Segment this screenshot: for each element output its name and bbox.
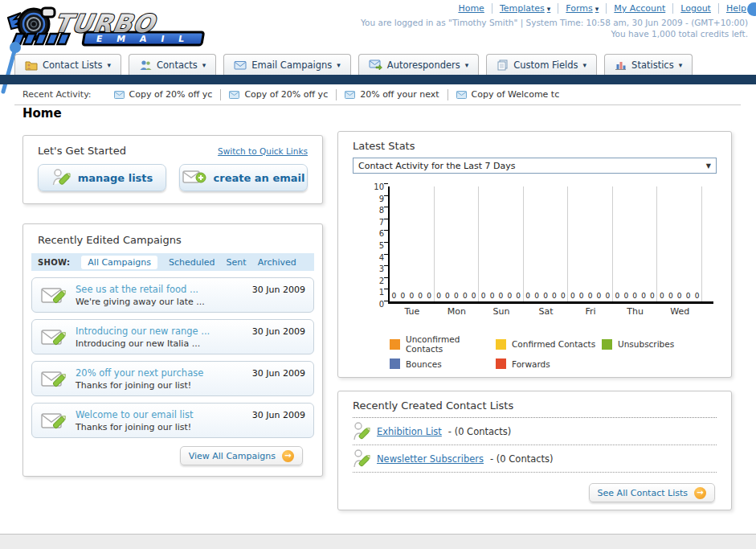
chevron-down-icon: ▾ [108, 61, 112, 69]
tab-contact-lists[interactable]: Contact Lists▾ [14, 54, 121, 75]
tab-email-campaigns[interactable]: Email Campaigns▾ [223, 54, 351, 75]
footer-strip [0, 534, 756, 549]
legend-label: Bounces [406, 359, 442, 369]
switch-quick-links-link[interactable]: Switch to Quick Links [218, 146, 308, 156]
legend-swatch [496, 358, 506, 369]
tab-label: Custom Fields [513, 59, 578, 71]
data-value-label: 0 [499, 292, 504, 300]
tab-custom-fields[interactable]: Custom Fields▾ [486, 54, 597, 75]
legend-item: Confirmed Contacts [496, 334, 602, 354]
recent-activity-item[interactable]: Copy of Welcome tc [448, 89, 568, 100]
data-value-label: 0 [561, 292, 566, 300]
tab-autoresponders[interactable]: Autoresponders▾ [358, 54, 480, 75]
contact-list-link[interactable]: Newsletter Subscribers [377, 453, 484, 465]
view-all-campaigns-button[interactable]: View All Campaigns → [180, 446, 303, 465]
campaign-row[interactable]: Welcome to our email listThanks for join… [31, 403, 314, 438]
header-link-home[interactable]: Home [451, 3, 492, 14]
person-pencil-icon [353, 421, 370, 442]
person-pencil-icon [353, 449, 370, 469]
data-value-label: 0 [516, 292, 521, 300]
contact-list-row[interactable]: Newsletter Subscribers - (0 Contacts) [353, 445, 717, 473]
envelope-icon [229, 91, 239, 99]
data-value-label: 0 [427, 292, 431, 300]
main-nav: Contact Lists▾ Contacts▾ Email Campaigns… [14, 54, 693, 75]
data-value-label: 0 [490, 292, 495, 300]
recent-activity-item[interactable]: 20% off your next [337, 89, 447, 100]
envelope-pencil-icon [40, 367, 69, 390]
legend-swatch [496, 339, 506, 350]
contact-lists-title: Recently Created Contact Lists [353, 399, 717, 412]
legend-swatch [602, 339, 612, 350]
data-value-label: 0 [472, 292, 476, 300]
chart-legend: Unconfirmed ContactsConfirmed ContactsUn… [390, 334, 713, 369]
campaign-row[interactable]: Introducing our new range ...Introducing… [31, 319, 314, 354]
filter-sent[interactable]: Sent [227, 257, 247, 268]
legend-item: Unsubscribes [602, 334, 708, 354]
y-tick-mark [384, 183, 388, 184]
chart-day-group: 00000 [568, 186, 613, 301]
chart-plot-area: 00000000000000000000000000000000000 [388, 186, 713, 304]
filter-all-campaigns[interactable]: All Campaigns [81, 256, 157, 269]
header-link-forms[interactable]: Forms▾ [558, 3, 607, 14]
get-started-panel: Let's Get Started Switch to Quick Links … [22, 135, 323, 204]
data-value-label: 0 [641, 292, 646, 300]
contact-list-link[interactable]: Exhibition List [377, 426, 442, 437]
recent-activity-item[interactable]: Copy of 20% off yc [106, 89, 222, 100]
campaign-title-link[interactable]: Introducing our new range ... [76, 326, 252, 337]
person-pencil-icon [51, 168, 71, 187]
chart-day-group: 00000 [657, 186, 702, 301]
campaign-title-link[interactable]: See us at the retail food ... [76, 284, 252, 295]
logo-graphic: E M A I L TURBO [5, 3, 214, 48]
y-tick-mark [384, 301, 388, 301]
create-email-button[interactable]: create an email [179, 164, 308, 191]
campaigns-title: Recently Edited Campaigns [38, 234, 314, 246]
y-tick-mark [384, 242, 388, 243]
contact-activity-chart: 012345678910 000000000000000000000000000… [369, 186, 713, 369]
chevron-down-icon: ▾ [583, 61, 587, 69]
data-value-label: 0 [660, 292, 664, 300]
manage-lists-button[interactable]: manage lists [38, 164, 166, 191]
stats-period-select[interactable]: Contact Activity for the Last 7 Days ▼ [353, 158, 717, 174]
chart-x-axis-labels: TueMonSunSatFriThuWed [390, 306, 713, 317]
data-value-label: 0 [623, 292, 628, 300]
contact-list-row[interactable]: Exhibition List - (0 Contacts) [353, 418, 717, 445]
header-nav: Home Templates▾ Forms▾ My Account Logout… [451, 3, 746, 14]
chart-day-group: 00000 [613, 186, 658, 301]
campaign-row[interactable]: 20% off your next purchaseThanks for joi… [31, 361, 314, 396]
campaigns-panel: Recently Edited Campaigns SHOW: All Camp… [22, 223, 323, 477]
campaign-title-link[interactable]: 20% off your next purchase [76, 367, 252, 379]
campaign-title-link[interactable]: Welcome to our email list [76, 409, 252, 420]
envelope-pencil-icon [40, 284, 69, 306]
chart-right-pad [702, 186, 713, 301]
envelope-icon [456, 91, 467, 99]
pages-icon [497, 59, 509, 71]
header-link-logout[interactable]: Logout [673, 3, 719, 14]
campaign-subtitle: Thanks for joining our list! [76, 422, 252, 432]
y-tick-mark [384, 289, 388, 289]
get-started-title: Let's Get Started [38, 145, 126, 157]
envelope-icon [114, 91, 125, 99]
y-tick-label: 10 [374, 182, 384, 191]
data-value-label: 0 [534, 292, 539, 300]
tab-contacts[interactable]: Contacts▾ [129, 54, 216, 75]
tab-statistics[interactable]: Statistics▾ [604, 54, 693, 75]
filter-archived[interactable]: Archived [258, 257, 296, 268]
latest-stats-panel: Latest Stats Contact Activity for the La… [337, 131, 732, 378]
header-link-templates[interactable]: Templates▾ [492, 3, 558, 14]
arrow-right-icon: → [694, 487, 706, 499]
campaign-date: 30 Jun 2009 [252, 326, 305, 337]
campaign-subtitle: Thanks for joining our list! [76, 380, 252, 391]
header-link-help[interactable]: Help [719, 3, 746, 14]
campaign-row[interactable]: See us at the retail food ...We're givin… [31, 277, 314, 313]
filter-scheduled[interactable]: Scheduled [169, 257, 215, 268]
see-all-contact-lists-button[interactable]: See All Contact Lists → [589, 483, 715, 502]
x-tick-label: Sun [479, 306, 524, 317]
login-status-text: You are logged in as "Timothy Smith" | S… [361, 17, 748, 28]
recent-activity-item[interactable]: Copy of 20% off yc [221, 89, 337, 100]
envelope-pencil-icon [40, 326, 69, 348]
data-value-label: 0 [392, 292, 397, 300]
chart-right-pad [702, 306, 713, 317]
header-link-my-account[interactable]: My Account [607, 3, 673, 14]
campaign-filter-bar: SHOW: All Campaigns Scheduled Sent Archi… [31, 253, 314, 271]
data-value-label: 0 [695, 292, 700, 300]
